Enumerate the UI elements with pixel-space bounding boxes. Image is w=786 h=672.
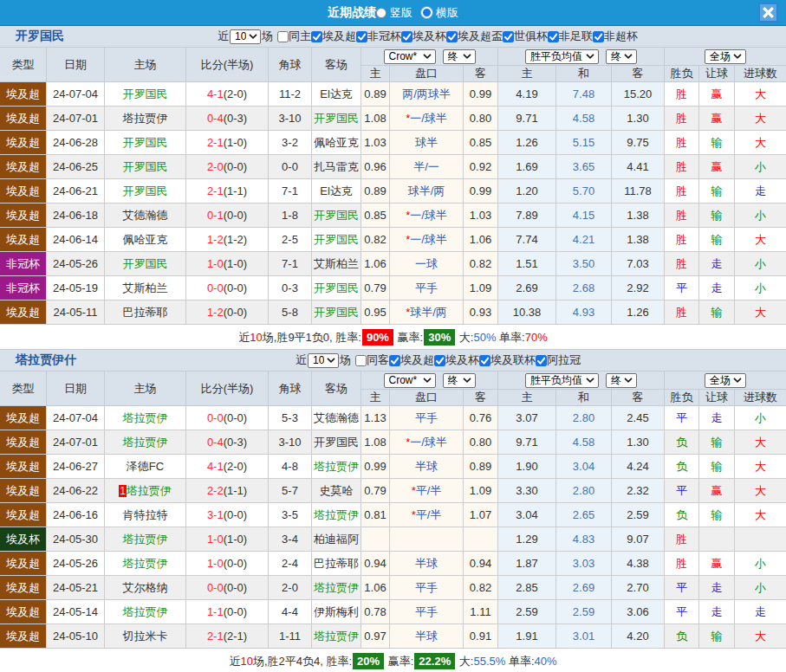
- close-button[interactable]: [758, 3, 778, 23]
- league-checkbox[interactable]: [311, 31, 322, 42]
- league-checkbox[interactable]: [479, 355, 490, 366]
- league-filter-4[interactable]: 世俱杯: [503, 29, 548, 44]
- league-checkbox[interactable]: [446, 31, 458, 42]
- corners-cell: 1-8: [269, 204, 312, 228]
- draw-odds-cell: 2.80: [556, 406, 612, 430]
- sub-col-header: 和: [556, 390, 612, 406]
- league-checkbox[interactable]: [548, 31, 559, 42]
- home-team-cell: 艾尔格纳: [105, 576, 186, 600]
- odds-average-select[interactable]: 胜平负均值: [525, 373, 599, 388]
- bookmaker-select[interactable]: Crow*: [384, 373, 436, 388]
- home-team-name: 开罗国民: [123, 184, 168, 197]
- draw-odds-cell: 2.59: [556, 600, 612, 624]
- summary-row: 近10场,胜9平1负0, 胜率:90% 赢率:30% 大:50% 单率:70%: [0, 325, 786, 350]
- team-name: 开罗国民: [16, 29, 64, 44]
- league-type-cell: 埃及超: [0, 406, 47, 430]
- home-team-name: 艾斯柏兰: [123, 281, 168, 294]
- handicap-line-text: 平手: [415, 581, 438, 594]
- league-checkbox[interactable]: [536, 355, 547, 366]
- away-team-cell: 柏迪福阿: [312, 527, 361, 552]
- handicap-result-cell: 输: [699, 300, 735, 325]
- odds-time-select[interactable]: 终: [606, 373, 637, 388]
- home-team-cell: 艾斯柏兰: [105, 276, 186, 300]
- games-count-select[interactable]: 10: [230, 29, 261, 44]
- draw-odds-cell: 2.69: [556, 576, 612, 600]
- league-filter-2[interactable]: 埃及杯: [401, 29, 446, 44]
- away-team-cell: 开罗国民: [312, 107, 361, 131]
- league-checkbox[interactable]: [434, 355, 445, 366]
- away-team-name: 塔拉贾伊: [314, 630, 359, 643]
- handicap-result-cell: 赢: [699, 155, 735, 179]
- corners-cell: 0-3: [269, 276, 312, 300]
- result-cell: 平: [665, 276, 699, 300]
- handicap-line-cell: *平/半: [390, 479, 464, 503]
- league-checkbox[interactable]: [593, 31, 604, 42]
- home-team-name: 塔拉贾伊: [123, 605, 168, 618]
- home-team-name: 塔拉贾伊: [123, 411, 168, 424]
- col-header: 主场: [105, 48, 186, 82]
- league-filter-2[interactable]: 埃及联杯: [479, 352, 536, 368]
- radio-vertical-label[interactable]: 竖版: [390, 5, 412, 21]
- halftime-score: (0-3): [224, 436, 247, 449]
- radio-vertical-layout[interactable]: [376, 8, 387, 18]
- home-team-cell: 开罗国民: [105, 252, 186, 276]
- league-filter-3[interactable]: 阿拉冠: [536, 352, 581, 368]
- league-filter-1[interactable]: 埃及杯: [434, 352, 479, 368]
- match-row: 埃及超24-05-11巴拉蒂耶1-2(0-0)5-8开罗国民0.95*球半/两0…: [0, 300, 786, 325]
- radio-horizontal-layout[interactable]: [421, 7, 432, 18]
- handicap-line-cell: *一/球半: [390, 204, 464, 228]
- same-venue-checkbox[interactable]: [355, 355, 367, 366]
- league-checkbox[interactable]: [356, 31, 367, 42]
- same-venue-filter[interactable]: 同客: [355, 352, 389, 368]
- home-team-name: 塔拉贾伊: [127, 484, 172, 497]
- handicap-result-cell: 赢: [699, 479, 735, 503]
- draw-odds-cell: 4.83: [556, 527, 612, 552]
- league-filter-6[interactable]: 非超杯: [593, 29, 638, 44]
- handicap-away-odds-cell: 1.03: [464, 204, 498, 228]
- lose-odds-cell: 1.30: [612, 107, 665, 131]
- score-cell: 1-1(0-0): [186, 600, 269, 624]
- handicap-away-odds-cell: 0.94: [464, 552, 498, 576]
- sub-col-header: 胜负: [665, 390, 699, 406]
- handicap-line-cell: *一/球半: [390, 107, 464, 131]
- league-filter-5[interactable]: 非足联: [548, 29, 593, 44]
- league-checkbox[interactable]: [401, 31, 412, 42]
- handicap-line-cell: 平手: [390, 276, 464, 300]
- league-filter-1[interactable]: 非冠杯: [356, 29, 401, 44]
- league-filter-0[interactable]: 埃及超: [311, 29, 356, 44]
- league-filter-0[interactable]: 埃及超: [389, 352, 434, 368]
- corners-cell: 4-8: [269, 455, 312, 479]
- league-checkbox[interactable]: [389, 355, 400, 366]
- bookmaker-select[interactable]: Crow*: [384, 49, 436, 64]
- home-team-cell: 塔拉贾伊: [105, 527, 186, 552]
- radio-horizontal-label[interactable]: 横版: [436, 5, 458, 21]
- odds-time-select[interactable]: 终: [606, 49, 637, 64]
- goals-result-cell: 小: [735, 155, 786, 179]
- match-row: 埃及超24-05-21艾尔格纳0-0(0-0)2-0塔拉贾伊1.06平手0.82…: [0, 576, 786, 600]
- home-team-cell: 塔拉贾伊: [105, 430, 186, 455]
- handicap-time-select[interactable]: 终: [443, 49, 476, 64]
- handicap-controls-cell: Crow*终: [361, 372, 498, 390]
- away-team-cell: 扎马雷克: [312, 155, 361, 179]
- score-cell: 2-1(1-1): [186, 179, 269, 204]
- corners-cell: 5-7: [269, 479, 312, 503]
- handicap-line-cell: 球半: [390, 131, 464, 155]
- same-venue-filter[interactable]: 同主: [277, 29, 311, 44]
- handicap-time-select[interactable]: 终: [443, 373, 476, 388]
- away-team-cell: 艾德瀚德: [312, 406, 361, 430]
- same-venue-checkbox[interactable]: [277, 31, 289, 42]
- draw-odds-cell: 4.58: [556, 430, 612, 455]
- league-label: 埃及杯: [445, 352, 479, 368]
- league-label: 埃及杯: [412, 29, 446, 44]
- scope-select[interactable]: 全场: [705, 373, 746, 388]
- away-team-name: 塔拉贾伊: [314, 460, 359, 473]
- odds-average-select[interactable]: 胜平负均值: [525, 49, 599, 64]
- goals-result-cell: 小: [735, 204, 786, 228]
- handicap-home-odds-cell: 1.06: [361, 576, 390, 600]
- halftime-score: (0-0): [224, 508, 247, 521]
- scope-select[interactable]: 全场: [705, 49, 746, 64]
- games-count-select[interactable]: 10: [308, 353, 339, 368]
- league-filter-3[interactable]: 埃及超盃: [446, 29, 503, 44]
- league-checkbox[interactable]: [503, 31, 514, 42]
- away-team-cell: 巴拉蒂耶: [312, 552, 361, 576]
